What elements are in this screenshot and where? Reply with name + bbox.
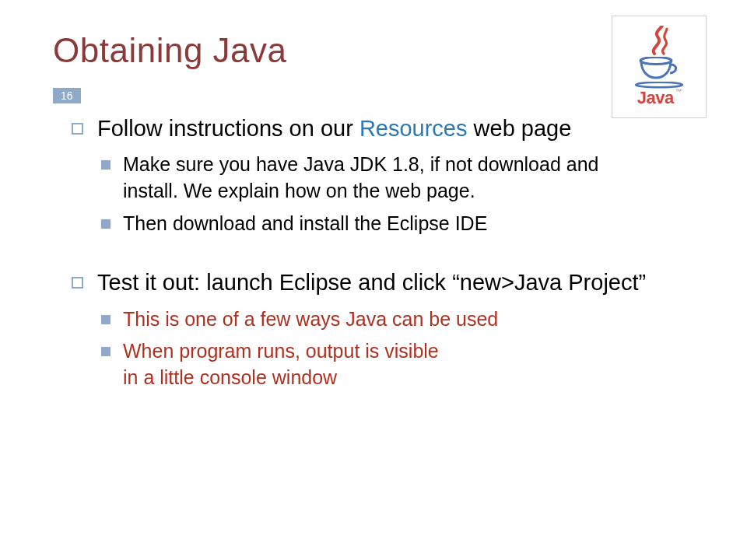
- resources-link[interactable]: Resources: [359, 116, 468, 141]
- slide-number-badge: 16: [53, 88, 81, 103]
- slide-title: Obtaining Java: [53, 31, 694, 70]
- bullet-level2: This is one of a few ways Java can be us…: [101, 306, 694, 333]
- svg-point-1: [636, 82, 682, 87]
- bullet-level2: When program runs, output is visible in …: [101, 338, 694, 391]
- spacer: [72, 243, 694, 268]
- slide-content: Follow instructions on our Resources web…: [53, 114, 694, 391]
- java-logo: Java™: [612, 16, 707, 118]
- java-cup-icon: [637, 57, 681, 80]
- java-steam-icon: [640, 26, 678, 55]
- java-logo-label: Java: [637, 88, 674, 107]
- bullet-level2: Then download and install the Eclipse ID…: [101, 211, 694, 237]
- bullet-text: This is one of a few ways Java can be us…: [123, 306, 498, 333]
- bullet-text: Test it out: launch Eclipse and click “n…: [97, 268, 646, 298]
- square-bullet-filled-icon: [101, 315, 110, 324]
- text-segment: web page: [468, 116, 572, 141]
- slide: Obtaining Java 16 Java™ Follow ins: [0, 0, 747, 560]
- bullet-text: Then download and install the Eclipse ID…: [123, 211, 487, 237]
- text-segment: Follow instructions on our: [97, 116, 359, 141]
- title-row: Obtaining Java: [53, 31, 694, 70]
- square-bullet-icon: [72, 277, 83, 289]
- bullet-level2: Make sure you have Java JDK 1.8, if not …: [101, 152, 694, 205]
- square-bullet-filled-icon: [101, 347, 110, 356]
- trademark-icon: ™: [675, 88, 682, 95]
- bullet-level1: Follow instructions on our Resources web…: [72, 114, 694, 144]
- bullet-level1: Test it out: launch Eclipse and click “n…: [72, 268, 694, 298]
- bullet-text: When program runs, output is visible in …: [123, 338, 608, 391]
- java-logo-text: Java™: [637, 88, 681, 108]
- square-bullet-filled-icon: [101, 160, 110, 170]
- bullet-text: Follow instructions on our Resources web…: [97, 114, 571, 144]
- square-bullet-filled-icon: [101, 219, 110, 229]
- bullet-text: Make sure you have Java JDK 1.8, if not …: [123, 152, 608, 205]
- square-bullet-icon: [72, 123, 83, 135]
- svg-point-0: [640, 58, 672, 65]
